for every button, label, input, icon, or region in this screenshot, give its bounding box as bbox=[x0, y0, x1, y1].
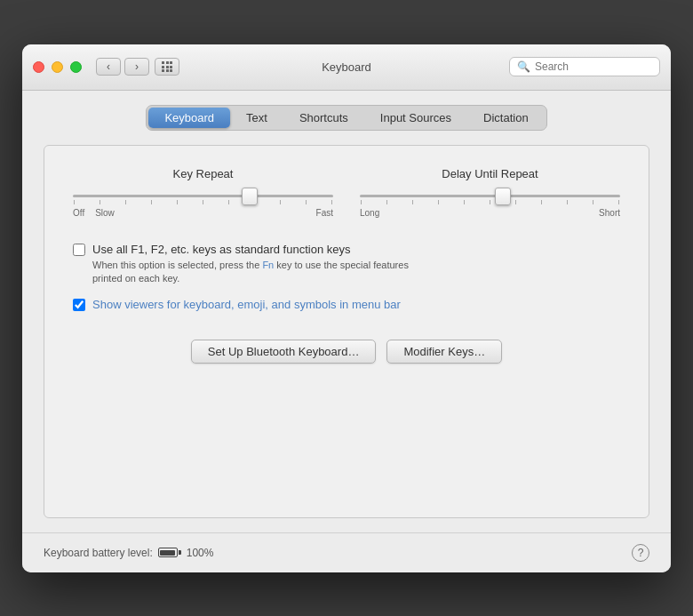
fn-keys-subtext: When this option is selected, press the … bbox=[92, 259, 409, 286]
close-button[interactable] bbox=[33, 61, 44, 73]
battery-percent: 100% bbox=[187, 547, 214, 559]
delay-repeat-thumb[interactable] bbox=[495, 188, 511, 205]
tab-dictation[interactable]: Dictation bbox=[467, 108, 545, 128]
delay-repeat-long-label: Long bbox=[360, 208, 379, 218]
nav-buttons: ‹ › bbox=[96, 58, 149, 76]
bluetooth-keyboard-button[interactable]: Set Up Bluetooth Keyboard… bbox=[191, 340, 377, 364]
fn-subtext-before: When this option is selected, press the bbox=[92, 260, 262, 270]
show-viewers-checkbox[interactable] bbox=[73, 299, 85, 311]
sliders-row: Key Repeat Off bbox=[73, 167, 620, 218]
help-button[interactable]: ? bbox=[632, 544, 649, 562]
checkbox-section: Use all F1, F2, etc. keys as standard fu… bbox=[73, 243, 620, 312]
content-area: Keyboard Text Shortcuts Input Sources Di… bbox=[22, 91, 671, 532]
tab-text[interactable]: Text bbox=[230, 108, 283, 128]
search-icon: 🔍 bbox=[517, 60, 530, 73]
fn-keys-row: Use all F1, F2, etc. keys as standard fu… bbox=[73, 243, 620, 286]
battery-label: Keyboard battery level: bbox=[44, 547, 153, 559]
modifier-keys-button[interactable]: Modifier Keys… bbox=[386, 340, 502, 364]
delay-repeat-label: Delay Until Repeat bbox=[360, 167, 620, 180]
battery-body bbox=[158, 548, 178, 557]
window-title: Keyboard bbox=[322, 60, 371, 74]
tab-input-sources[interactable]: Input Sources bbox=[364, 108, 467, 128]
delay-repeat-short-label: Short bbox=[599, 208, 620, 218]
grid-icon bbox=[162, 61, 172, 72]
fn-keys-text-block: Use all F1, F2, etc. keys as standard fu… bbox=[92, 243, 409, 286]
fn-subtext-after: printed on each key. bbox=[92, 273, 179, 284]
key-repeat-off-label: Off bbox=[73, 208, 84, 218]
traffic-lights bbox=[33, 61, 82, 73]
fn-subtext-middle: key to use the special features bbox=[274, 260, 409, 270]
show-viewers-row: Show viewers for keyboard, emoji, and sy… bbox=[73, 298, 620, 311]
back-button[interactable]: ‹ bbox=[96, 58, 121, 76]
key-repeat-slider-container bbox=[73, 188, 333, 205]
search-input[interactable] bbox=[535, 60, 652, 73]
key-repeat-track bbox=[73, 195, 333, 197]
footer: Keyboard battery level: 100% ? bbox=[22, 532, 671, 572]
delay-repeat-labels: Long Short bbox=[360, 208, 620, 218]
tab-shortcuts[interactable]: Shortcuts bbox=[283, 108, 364, 128]
battery-fill bbox=[160, 550, 175, 556]
battery-tip bbox=[179, 550, 181, 555]
titlebar: ‹ › Keyboard 🔍 bbox=[22, 44, 671, 91]
app-window: ‹ › Keyboard 🔍 Keyboard Text Shortcuts I… bbox=[22, 44, 671, 572]
battery-info: Keyboard battery level: 100% bbox=[44, 547, 213, 559]
tab-keyboard[interactable]: Keyboard bbox=[148, 108, 230, 128]
fn-key-highlight: Fn bbox=[262, 260, 274, 270]
search-bar[interactable]: 🔍 bbox=[509, 57, 660, 76]
key-repeat-slow-label: Slow bbox=[95, 208, 115, 218]
key-repeat-labels: Off Slow Fast bbox=[73, 208, 333, 218]
action-buttons: Set Up Bluetooth Keyboard… Modifier Keys… bbox=[73, 340, 620, 364]
key-repeat-label: Key Repeat bbox=[73, 167, 333, 180]
apps-grid-button[interactable] bbox=[155, 58, 179, 76]
minimize-button[interactable] bbox=[52, 61, 63, 73]
fn-keys-label: Use all F1, F2, etc. keys as standard fu… bbox=[92, 243, 409, 256]
forward-button[interactable]: › bbox=[124, 58, 149, 76]
key-repeat-group: Key Repeat Off bbox=[73, 167, 333, 218]
show-viewers-label: Show viewers for keyboard, emoji, and sy… bbox=[92, 298, 401, 311]
tab-bar: Keyboard Text Shortcuts Input Sources Di… bbox=[146, 105, 546, 131]
delay-repeat-track bbox=[360, 195, 620, 197]
fn-keys-checkbox[interactable] bbox=[73, 244, 85, 256]
battery-icon bbox=[158, 548, 181, 557]
fullscreen-button[interactable] bbox=[70, 61, 82, 73]
delay-repeat-group: Delay Until Repeat bbox=[360, 167, 620, 218]
key-repeat-fast-label: Fast bbox=[316, 208, 333, 218]
key-repeat-thumb[interactable] bbox=[242, 188, 258, 205]
delay-repeat-slider-container bbox=[360, 188, 620, 205]
tab-bar-container: Keyboard Text Shortcuts Input Sources Di… bbox=[44, 105, 649, 131]
settings-panel: Key Repeat Off bbox=[44, 145, 649, 518]
